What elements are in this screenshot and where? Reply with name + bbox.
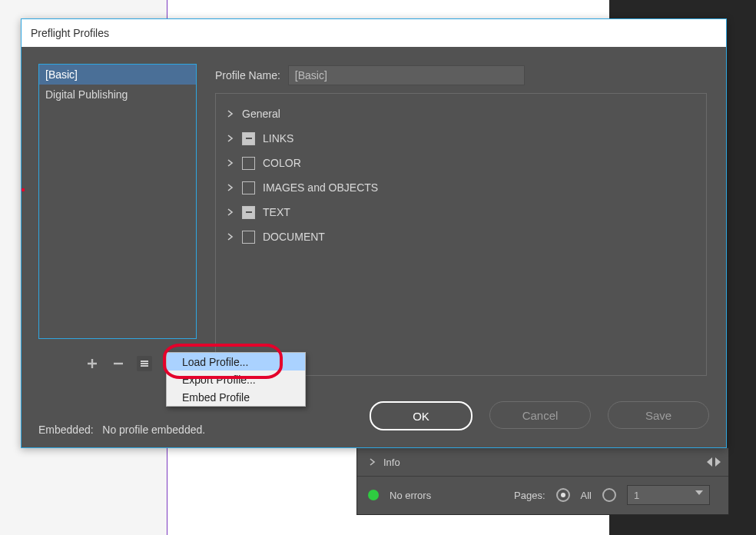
menu-item-export-profile[interactable]: Export Profile... xyxy=(167,371,305,388)
tree-row-document[interactable]: DOCUMENT xyxy=(227,224,695,249)
status-text: No errors xyxy=(390,490,431,501)
status-dot-icon xyxy=(368,490,379,500)
profile-item-digital-publishing[interactable]: Digital Publishing xyxy=(39,85,196,105)
tree-row-links[interactable]: LINKS xyxy=(227,126,695,151)
checkbox-empty-icon[interactable] xyxy=(242,157,255,170)
chevron-right-icon xyxy=(227,110,234,118)
pages-all-radio[interactable] xyxy=(556,488,570,502)
checkbox-partial-icon[interactable] xyxy=(242,206,255,219)
checkbox-empty-icon[interactable] xyxy=(242,231,255,244)
checkbox-partial-icon[interactable] xyxy=(242,132,255,145)
chevron-right-icon xyxy=(368,457,377,467)
tree-label: General xyxy=(242,108,280,120)
ok-button[interactable]: OK xyxy=(370,401,472,430)
panel-info-row[interactable]: Info xyxy=(357,448,728,477)
tree-label: COLOR xyxy=(263,157,301,169)
pages-range-radio[interactable] xyxy=(602,488,616,502)
checkbox-empty-icon[interactable] xyxy=(242,181,255,194)
pages-label: Pages: xyxy=(514,490,545,501)
tree-label: LINKS xyxy=(263,132,293,145)
preflight-panel: Info No errors Pages: All 1 xyxy=(356,447,729,515)
menu-item-label: Embed Profile xyxy=(182,391,250,404)
menu-item-load-profile[interactable]: Load Profile... xyxy=(167,353,305,371)
profile-name-value: [Basic] xyxy=(295,69,327,81)
profile-menu-button[interactable] xyxy=(137,356,152,371)
profile-item-label: [Basic] xyxy=(45,68,78,81)
button-label: Cancel xyxy=(522,409,559,422)
button-label: OK xyxy=(413,410,429,423)
cancel-button[interactable]: Cancel xyxy=(489,401,591,429)
panel-nav-arrows[interactable] xyxy=(707,457,721,467)
profiles-list[interactable]: [Basic] Digital Publishing xyxy=(38,64,197,339)
profile-item-basic[interactable]: [Basic] xyxy=(39,65,196,85)
preflight-profiles-dialog: Preflight Profiles [Basic] Digital Publi… xyxy=(21,18,727,448)
chevron-right-icon xyxy=(227,233,234,241)
save-button[interactable]: Save xyxy=(608,401,709,429)
tree-row-images-objects[interactable]: IMAGES and OBJECTS xyxy=(227,175,695,200)
tree-row-general[interactable]: General xyxy=(227,101,695,126)
chevron-right-icon xyxy=(227,135,234,142)
profile-actions-menu: Load Profile... Export Profile... Embed … xyxy=(166,352,306,407)
annotation-dot xyxy=(22,188,25,191)
page-range-value: 1 xyxy=(634,490,639,501)
menu-item-label: Export Profile... xyxy=(182,374,256,386)
chevron-down-icon xyxy=(695,490,703,500)
menu-item-embed-profile[interactable]: Embed Profile xyxy=(167,388,305,406)
profile-name-input[interactable]: [Basic] xyxy=(288,65,525,85)
button-label: Save xyxy=(645,409,671,422)
chevron-right-icon xyxy=(227,208,234,216)
tree-label: DOCUMENT xyxy=(263,231,325,243)
profile-name-label: Profile Name: xyxy=(215,69,280,81)
tree-label: TEXT xyxy=(263,206,290,218)
info-label: Info xyxy=(383,457,400,468)
nav-next-icon xyxy=(715,457,721,467)
remove-profile-button[interactable] xyxy=(111,356,126,371)
nav-prev-icon xyxy=(707,457,712,467)
page-range-dropdown[interactable]: 1 xyxy=(627,485,710,505)
categories-tree: General LINKS COLOR IMAGES and OBJECTS T xyxy=(215,93,707,376)
menu-item-label: Load Profile... xyxy=(182,356,248,368)
dialog-title: Preflight Profiles xyxy=(31,27,109,39)
tree-label: IMAGES and OBJECTS xyxy=(263,181,378,194)
add-profile-button[interactable] xyxy=(85,356,100,371)
profile-item-label: Digital Publishing xyxy=(45,88,128,101)
dialog-title-bar: Preflight Profiles xyxy=(22,19,726,48)
tree-row-color[interactable]: COLOR xyxy=(227,151,695,175)
pages-all-label: All xyxy=(581,490,592,501)
chevron-right-icon xyxy=(227,184,234,191)
tree-row-text[interactable]: TEXT xyxy=(227,200,695,224)
chevron-right-icon xyxy=(227,159,234,167)
